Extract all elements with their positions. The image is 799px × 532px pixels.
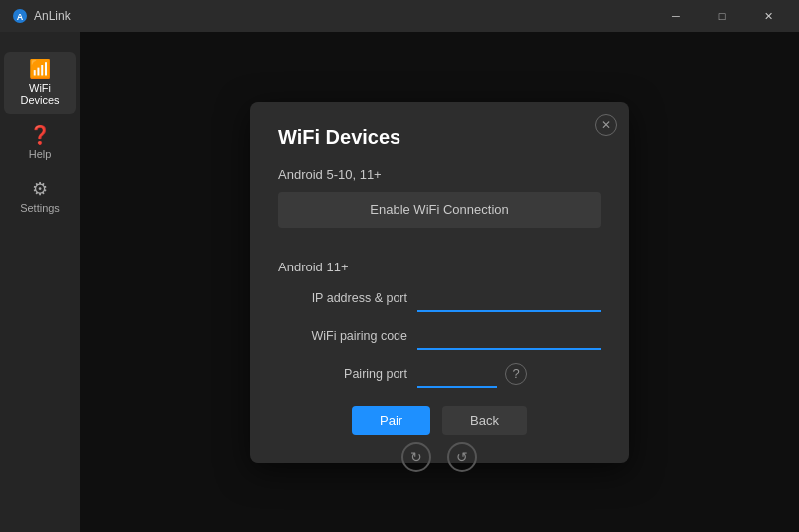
minimize-button[interactable]: ─ bbox=[653, 0, 699, 32]
close-button[interactable]: ✕ bbox=[745, 0, 791, 32]
help-question-mark: ? bbox=[512, 366, 519, 381]
section2-label: Android 11+ bbox=[278, 260, 601, 274]
wifi-devices-dialog: ✕ WiFi Devices Android 5-10, 11+ Enable … bbox=[250, 102, 629, 463]
window-controls: ─ □ ✕ bbox=[653, 0, 791, 32]
pairing-port-input[interactable] bbox=[417, 360, 497, 388]
dialog-close-button[interactable]: ✕ bbox=[595, 114, 617, 136]
back-button[interactable]: Back bbox=[442, 406, 527, 435]
section1: Android 5-10, 11+ Enable WiFi Connection bbox=[278, 167, 601, 246]
close-icon: ✕ bbox=[601, 118, 611, 132]
wifi-code-input[interactable] bbox=[417, 322, 601, 350]
app-title: AnLink bbox=[34, 9, 71, 23]
sidebar: 📶 WiFiDevices ❓ Help ⚙ Settings bbox=[0, 32, 80, 532]
ip-label: IP address & port bbox=[278, 291, 417, 305]
sidebar-item-help[interactable]: ❓ Help bbox=[4, 118, 76, 168]
ip-address-row: IP address & port bbox=[278, 284, 601, 312]
wifi-code-label: WiFi pairing code bbox=[278, 329, 417, 343]
pairing-port-group: ? bbox=[417, 360, 527, 388]
sidebar-item-help-label: Help bbox=[29, 148, 52, 160]
maximize-button[interactable]: □ bbox=[699, 0, 745, 32]
sidebar-item-wifi-label: WiFiDevices bbox=[20, 82, 59, 106]
dialog-actions: Pair Back bbox=[278, 406, 601, 435]
help-icon: ❓ bbox=[29, 126, 51, 144]
sidebar-item-wifi-devices[interactable]: 📶 WiFiDevices bbox=[4, 52, 76, 114]
sidebar-item-settings-label: Settings bbox=[20, 202, 60, 214]
settings-icon: ⚙ bbox=[32, 180, 48, 198]
pair-button[interactable]: Pair bbox=[352, 406, 430, 435]
pairing-port-row: Pairing port ? bbox=[278, 360, 601, 388]
help-circle-icon[interactable]: ? bbox=[505, 363, 527, 385]
section2: Android 11+ IP address & port WiFi pairi… bbox=[278, 260, 601, 388]
pairing-port-label: Pairing port bbox=[278, 367, 417, 381]
sidebar-item-settings[interactable]: ⚙ Settings bbox=[4, 172, 76, 222]
dialog-title: WiFi Devices bbox=[278, 126, 601, 149]
svg-text:A: A bbox=[17, 12, 24, 22]
app-logo: A bbox=[12, 8, 28, 24]
wifi-devices-icon: 📶 bbox=[29, 60, 51, 78]
content-area: ✕ WiFi Devices Android 5-10, 11+ Enable … bbox=[80, 32, 799, 532]
title-bar-left: A AnLink bbox=[12, 8, 71, 24]
title-bar: A AnLink ─ □ ✕ bbox=[0, 0, 799, 32]
app-body: 📶 WiFiDevices ❓ Help ⚙ Settings ✕ WiFi D… bbox=[0, 32, 799, 532]
sync-icon[interactable]: ↺ bbox=[447, 442, 477, 472]
refresh-icon[interactable]: ↻ bbox=[401, 442, 431, 472]
ip-address-input[interactable] bbox=[417, 284, 601, 312]
wifi-code-row: WiFi pairing code bbox=[278, 322, 601, 350]
section1-label: Android 5-10, 11+ bbox=[278, 167, 601, 182]
enable-wifi-button[interactable]: Enable WiFi Connection bbox=[278, 192, 601, 228]
bottom-icon-bar: ↻ ↺ bbox=[401, 442, 477, 472]
